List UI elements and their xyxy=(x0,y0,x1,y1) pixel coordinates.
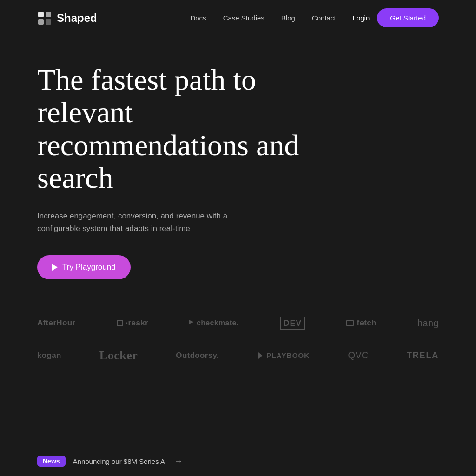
logo-locker: Locker xyxy=(99,349,138,363)
logo-afterhour: AfterHour xyxy=(37,318,75,328)
logo-kogan: kogan xyxy=(37,351,61,360)
checkmate-icon xyxy=(189,320,194,326)
logos-row-1: AfterHour ·reakr checkmate. DEV fetch ha… xyxy=(37,317,439,330)
svg-rect-2 xyxy=(38,19,44,25)
news-bar[interactable]: News Announcing our $8M Series A → xyxy=(0,446,476,476)
news-arrow-icon: → xyxy=(174,456,183,466)
logo-text: Shaped xyxy=(57,12,97,25)
login-button[interactable]: Login xyxy=(353,14,370,22)
news-badge: News xyxy=(37,456,66,467)
svg-rect-3 xyxy=(46,19,51,25)
logo-icon xyxy=(37,11,52,26)
logo-dev: DEV xyxy=(280,317,306,330)
try-playground-label: Try Playground xyxy=(62,263,116,272)
logo-fetch: fetch xyxy=(346,318,376,328)
nav-link-case-studies[interactable]: Case Studies xyxy=(223,14,264,22)
play-icon xyxy=(52,264,58,271)
svg-rect-1 xyxy=(46,12,51,17)
news-text: Announcing our $8M Series A xyxy=(73,457,165,465)
breakr-icon xyxy=(117,320,123,326)
hero-subtitle: Increase engagement, conversion, and rev… xyxy=(37,210,232,235)
fetch-icon xyxy=(346,320,354,326)
logo-checkmate: checkmate. xyxy=(189,319,238,327)
logo-outdoorsy: Outdoorsy. xyxy=(176,351,219,360)
nav-link-docs[interactable]: Docs xyxy=(190,14,206,22)
nav-link-blog[interactable]: Blog xyxy=(281,14,295,22)
logo[interactable]: Shaped xyxy=(37,11,97,26)
hero-title: The fastest path to relevant recommendat… xyxy=(37,64,316,195)
navbar: Shaped Docs Case Studies Blog Contact Lo… xyxy=(0,0,476,36)
get-started-button[interactable]: Get Started xyxy=(377,8,439,27)
logo-playbook: PLAYBOOK xyxy=(257,351,310,359)
logo-breakr: ·reakr xyxy=(117,318,148,328)
logo-qvc: QVC xyxy=(348,350,369,361)
logo-hang: hang xyxy=(417,318,439,329)
logos-section: AfterHour ·reakr checkmate. DEV fetch ha… xyxy=(0,279,476,363)
nav-link-contact[interactable]: Contact xyxy=(312,14,336,22)
hero-section: The fastest path to relevant recommendat… xyxy=(0,36,476,279)
logos-row-2: kogan Locker Outdoorsy. PLAYBOOK QVC TRE… xyxy=(37,349,439,363)
nav-links: Docs Case Studies Blog Contact xyxy=(190,14,336,22)
playbook-icon xyxy=(257,352,264,359)
svg-rect-0 xyxy=(38,12,44,17)
logo-trela: TRELA xyxy=(407,350,439,360)
try-playground-button[interactable]: Try Playground xyxy=(37,255,131,279)
